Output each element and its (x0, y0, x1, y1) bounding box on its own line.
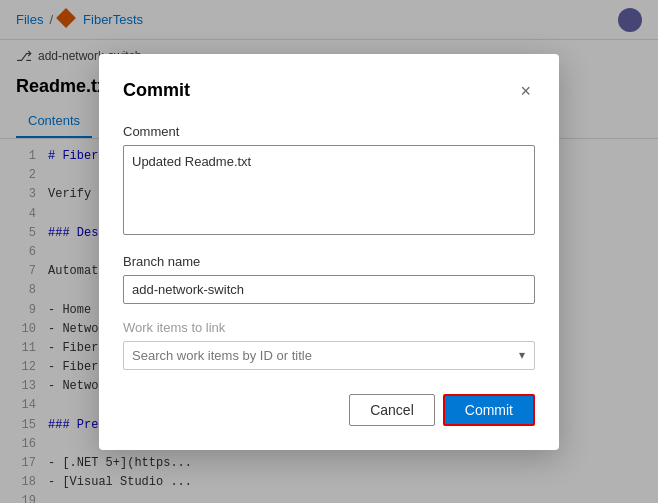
commit-dialog: Commit × Comment Updated Readme.txt Bran… (99, 54, 559, 450)
comment-textarea[interactable]: Updated Readme.txt (123, 145, 535, 235)
work-items-select[interactable]: ▾ (123, 341, 535, 370)
comment-label: Comment (123, 124, 535, 139)
cancel-button[interactable]: Cancel (349, 394, 435, 426)
work-items-field-group: Work items to link ▾ (123, 320, 535, 370)
comment-field-group: Comment Updated Readme.txt (123, 124, 535, 238)
work-items-input[interactable] (123, 341, 535, 370)
commit-button[interactable]: Commit (443, 394, 535, 426)
dialog-footer: Cancel Commit (123, 394, 535, 426)
branch-label: Branch name (123, 254, 535, 269)
dialog-header: Commit × (123, 78, 535, 104)
dialog-title: Commit (123, 80, 190, 101)
work-items-label: Work items to link (123, 320, 535, 335)
branch-input[interactable] (123, 275, 535, 304)
branch-field-group: Branch name (123, 254, 535, 304)
close-button[interactable]: × (516, 78, 535, 104)
modal-overlay: Commit × Comment Updated Readme.txt Bran… (0, 0, 658, 503)
